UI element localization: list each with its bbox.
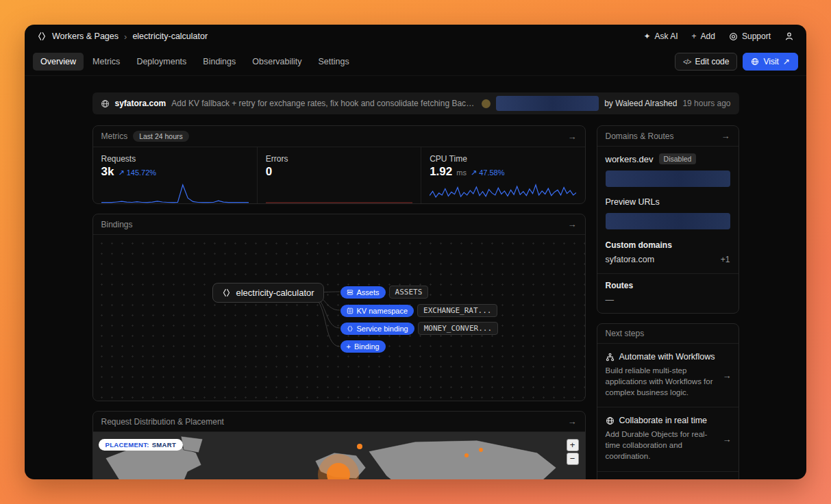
deployment-banner[interactable]: syfatora.com Add KV fallback + retry for…	[92, 92, 739, 114]
binding-row-assets: Assets ASSETS	[340, 286, 429, 299]
domains-routes-title: Domains & Routes	[606, 131, 674, 141]
visit-button[interactable]: Visit ↗	[743, 53, 798, 71]
add-button[interactable]: + Add	[692, 32, 715, 41]
globe-icon	[606, 416, 615, 425]
globe-icon	[101, 99, 110, 108]
custom-domain-row: syfatora.com +1	[606, 255, 730, 264]
user-icon	[784, 32, 794, 41]
next-steps-header: Next steps	[597, 324, 739, 344]
domains-routes-card: Domains & Routes → workers.dev Disabled …	[597, 125, 739, 314]
ask-ai-button[interactable]: ✦ Ask AI	[644, 32, 678, 41]
next-step-queues[interactable]: Process messages with Queues Build relia…	[597, 471, 739, 479]
next-step-durable-objects[interactable]: Collaborate in real time Add Durable Obj…	[597, 407, 739, 470]
step-title-text: Collaborate in real time	[619, 416, 708, 425]
redacted-workers-dev-url	[606, 171, 730, 187]
add-binding-label: Binding	[354, 342, 380, 351]
worker-node[interactable]: electricity-calculator	[212, 283, 324, 303]
errors-sparkline	[266, 183, 412, 203]
breadcrumb-separator-icon: ›	[124, 32, 127, 42]
assets-binding-tag[interactable]: ASSETS	[389, 286, 429, 299]
domains-link-arrow-icon[interactable]: →	[721, 131, 730, 141]
next-step-workflows[interactable]: Automate with Workflows Build reliable m…	[597, 344, 739, 407]
binding-row-kv: KV namespace EXCHANGE_RAT...	[340, 304, 498, 317]
workers-pages-icon	[37, 32, 47, 41]
cpu-time-label: CPU Time	[430, 154, 576, 164]
kv-binding-tag[interactable]: EXCHANGE_RAT...	[417, 304, 497, 317]
kv-namespace-pill[interactable]: KV namespace	[340, 305, 414, 317]
service-pill-label: Service binding	[357, 325, 408, 333]
add-binding-pill[interactable]: + Binding	[340, 340, 386, 353]
tabbar-actions: </> Edit code Visit ↗	[675, 53, 798, 71]
breadcrumb-current: electricity-calculator	[132, 32, 208, 41]
next-steps-card: Next steps Automate with Workflows Build…	[597, 323, 739, 479]
errors-value: 0	[266, 165, 272, 179]
external-link-icon: ↗	[783, 57, 790, 66]
requests-sparkline	[101, 183, 249, 203]
traffic-marker-small	[357, 444, 362, 449]
zoom-out-button[interactable]: −	[567, 453, 579, 465]
bindings-graph-canvas[interactable]: electricity-calculator Assets ASSETS	[93, 235, 585, 401]
tab-settings[interactable]: Settings	[311, 53, 357, 71]
deployment-domain-link[interactable]: syfatora.com	[115, 99, 166, 108]
workers-dev-label: workers.dev	[606, 154, 654, 164]
ask-ai-label: Ask AI	[655, 32, 678, 41]
placement-card: Request Distribution & Placement →	[92, 411, 586, 479]
app-window: Workers & Pages › electricity-calculator…	[25, 25, 806, 479]
traffic-marker-small	[479, 448, 483, 452]
graph-connector-lines	[93, 235, 585, 401]
tab-observability[interactable]: Observability	[245, 53, 309, 71]
edit-code-button[interactable]: </> Edit code	[675, 53, 738, 71]
time-range-badge: Last 24 hours	[133, 131, 189, 142]
top-bar: Workers & Pages › electricity-calculator…	[25, 25, 806, 48]
metrics-body: Requests 3k ↗ 145.72% Errors 0	[93, 147, 585, 203]
placement-link-arrow-icon[interactable]: →	[568, 416, 577, 427]
disabled-badge: Disabled	[659, 153, 697, 164]
sparkle-icon: ✦	[644, 32, 651, 41]
user-menu-button[interactable]	[784, 32, 794, 41]
tab-overview[interactable]: Overview	[33, 53, 84, 71]
tab-bar: Overview Metrics Deployments Bindings Ob…	[25, 48, 806, 76]
cpu-time-unit: ms	[456, 168, 467, 177]
tab-metrics[interactable]: Metrics	[85, 53, 127, 71]
map-zoom-controls: + −	[567, 439, 579, 465]
placement-title: Request Distribution & Placement	[101, 417, 224, 427]
topbar-actions: ✦ Ask AI + Add Support	[644, 32, 794, 41]
tab-bindings[interactable]: Bindings	[195, 53, 243, 71]
requests-value: 3k	[101, 165, 114, 179]
breadcrumb-workers-pages[interactable]: Workers & Pages	[52, 32, 119, 41]
routes-value: —	[606, 295, 730, 305]
binding-row-add: + Binding	[340, 340, 386, 353]
bindings-link-arrow-icon[interactable]: →	[568, 219, 577, 229]
step-arrow-icon[interactable]: →	[723, 434, 732, 444]
custom-domain-link[interactable]: syfatora.com	[606, 255, 655, 264]
placement-card-header: Request Distribution & Placement →	[93, 412, 585, 432]
assets-pill[interactable]: Assets	[340, 286, 386, 299]
workflow-icon	[606, 353, 615, 362]
service-binding-pill[interactable]: Service binding	[340, 323, 414, 335]
kv-pill-label: KV namespace	[357, 307, 408, 315]
bindings-title: Bindings	[101, 220, 133, 229]
metrics-link-arrow-icon[interactable]: →	[568, 131, 577, 142]
tab-deployments[interactable]: Deployments	[129, 53, 194, 71]
support-icon	[729, 32, 738, 41]
add-label: Add	[701, 32, 715, 41]
service-binding-tag[interactable]: MONEY_CONVER...	[418, 322, 498, 335]
world-map[interactable]: PLACEMENT: SMART + −	[93, 432, 585, 479]
visit-label: Visit	[763, 57, 778, 66]
cpu-time-delta: ↗ 47.58%	[471, 168, 505, 177]
divider	[597, 273, 739, 274]
zoom-in-button[interactable]: +	[567, 439, 579, 451]
metrics-title: Metrics	[101, 131, 128, 141]
support-button[interactable]: Support	[729, 32, 771, 41]
assets-pill-label: Assets	[357, 288, 380, 297]
trend-up-icon: ↗	[471, 168, 477, 177]
requests-label: Requests	[101, 154, 249, 164]
step-arrow-icon[interactable]: →	[723, 370, 732, 381]
edit-code-label: Edit code	[695, 57, 729, 66]
redacted-commit-info	[496, 96, 599, 111]
requests-delta: ↗ 145.72%	[118, 168, 156, 177]
placement-badge-label: PLACEMENT:	[106, 441, 149, 449]
tabs: Overview Metrics Deployments Bindings Ob…	[33, 53, 357, 71]
globe-icon	[751, 58, 759, 66]
routes-label: Routes	[606, 281, 730, 290]
